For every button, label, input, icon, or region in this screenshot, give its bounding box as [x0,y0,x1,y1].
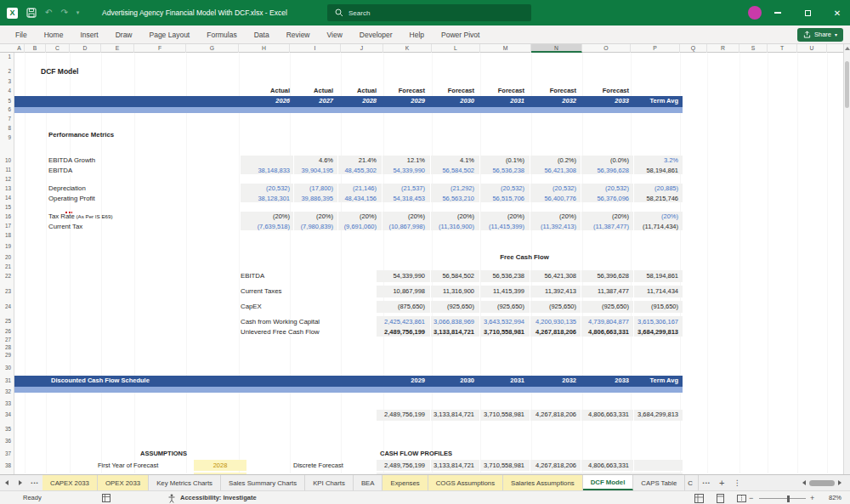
zoom-level[interactable]: 82% [829,491,842,504]
ribbon-tab-developer[interactable]: Developer [351,25,401,44]
zoom-slider-thumb[interactable] [787,496,790,502]
save-icon[interactable] [26,8,37,18]
row-header-33[interactable]: 33 [0,399,11,408]
row-header-17[interactable]: 17 [0,222,11,230]
zoom-slider-track[interactable] [759,498,806,499]
scroll-up-icon[interactable] [845,47,850,50]
row-header-4[interactable]: 4 [0,87,11,95]
accessibility-status[interactable]: Accessibility: Investigate [180,491,257,504]
row-header-37[interactable]: 37 [0,450,11,458]
sheet-tab-cogs-assumptions[interactable]: COGS Assumptions [428,475,503,490]
vertical-scrollbar[interactable] [843,44,850,474]
row-header-7[interactable]: 7 [0,115,11,123]
column-header-E[interactable]: E [101,44,134,53]
ribbon-tab-view[interactable]: View [319,25,351,44]
cell-term-avg-header[interactable]: Term Avg [606,97,678,105]
undo-icon[interactable]: ↶ [45,8,52,17]
sheet-tab-salaries-assumptions[interactable]: Salaries Assumptions [503,475,583,490]
row-header-35[interactable]: 35 [0,425,11,433]
row-header-6[interactable]: 6 [0,105,11,114]
row-header-18[interactable]: 18 [0,231,11,240]
row-header-21[interactable]: 21 [0,263,11,271]
ribbon-tab-page-layout[interactable]: Page Layout [141,25,199,44]
vertical-scroll-thumb[interactable] [845,61,849,108]
row-header-32[interactable]: 32 [0,388,11,396]
view-page-break-icon[interactable] [737,494,746,503]
column-header-Q[interactable]: Q [680,44,707,53]
column-header-P[interactable]: P [631,44,680,53]
column-header-O[interactable]: O [582,44,631,53]
row-header-23[interactable]: 23 [0,287,11,296]
cell-label-capex[interactable]: CapEX [241,303,262,311]
cell-label-ebitda-growth[interactable]: EBITDA Growth [48,156,95,165]
cell-ebitda-8[interactable]: 58,194,861 [606,167,678,175]
ribbon-tab-power-pivot[interactable]: Power Pivot [433,25,488,44]
row-header-19[interactable]: 19 [0,242,11,251]
performance-metrics-title[interactable]: Performance Metrics [48,131,114,139]
column-header-H[interactable]: H [239,44,290,53]
cell-cfp-value-4[interactable]: 4,806,663,331 [557,462,629,470]
cell-capex-5[interactable]: (915,650) [606,303,678,311]
column-header-A[interactable]: A [14,44,25,53]
sheet-tab-bea[interactable]: BEA [354,475,383,490]
row-header-3[interactable]: 3 [0,77,11,86]
sheet-tab-opex-2033[interactable]: OPEX 2033 [98,475,149,490]
hscroll-right-icon[interactable] [838,480,842,485]
horizontal-scrollbar[interactable] [802,475,850,490]
cash-flow-profiles-title[interactable]: CASH FLOW PROFILES [380,450,452,457]
ribbon-tab-data[interactable]: Data [246,25,278,44]
sheet-tab-key-metrics-charts[interactable]: Key Metrics Charts [149,475,221,490]
row-header-26[interactable]: 26 [0,327,11,336]
sheet-tab-expenses[interactable]: Expenses [382,475,428,490]
cell-cash-from-working-capital-5[interactable]: 3,615,306,167 [606,318,678,326]
cell-ebitda-growth-8[interactable]: 3.2% [606,156,678,165]
excel-app-icon[interactable]: X [7,8,18,19]
cell-current-tax-8[interactable]: (11,714,434) [606,223,678,231]
cell-label-current-taxes[interactable]: Current Taxes [241,287,281,296]
row-header-31[interactable]: 31 [0,377,11,385]
column-header-J[interactable]: J [341,44,383,53]
sheet-title-cell[interactable]: DCF Model [41,67,78,76]
cell-unlevered-free-cash-flow-5[interactable]: 3,684,299,813 [606,328,678,337]
column-header-M[interactable]: M [480,44,531,53]
column-header-K[interactable]: K [383,44,432,53]
cell-current-taxes-5[interactable]: 11,714,434 [606,287,678,296]
row-header-13[interactable]: 13 [0,184,11,193]
column-header-G[interactable]: G [186,44,239,53]
ribbon-tab-home[interactable]: Home [36,25,72,44]
cell-label-operating-profit[interactable]: Operating Profit [48,195,95,203]
ribbon-tab-draw[interactable]: Draw [107,25,141,44]
hscroll-left-icon[interactable] [802,480,806,485]
row-header-30[interactable]: 30 [0,364,11,372]
sheet-tab-capex-2033[interactable]: CAPEX 2033 [42,475,98,490]
column-header-S[interactable]: S [740,44,768,53]
accessibility-icon[interactable] [167,494,176,503]
new-sheet-button[interactable]: + [714,475,729,490]
sheet-tab-kpi-charts[interactable]: KPI Charts [305,475,354,490]
column-header-L[interactable]: L [432,44,480,53]
sheet-nav-more-icon[interactable]: ••• [27,475,42,490]
row-header-12[interactable]: 12 [0,175,11,184]
row-header-1[interactable]: 1 [0,53,11,61]
row-header-29[interactable]: 29 [0,351,11,360]
row-header-9[interactable]: 9 [0,133,11,142]
first-year-input-cell[interactable]: 2028 [194,460,246,472]
cell-col-type-7[interactable]: Forecast [557,87,629,95]
sheet-tab-sales-summary-charts[interactable]: Sales Summary Charts [221,475,305,490]
column-header-F[interactable]: F [134,44,186,53]
cell-tax-rate-8[interactable]: (20%) [606,212,678,221]
ribbon-tab-help[interactable]: Help [401,25,433,44]
horizontal-scroll-thumb[interactable] [809,480,835,486]
cell-label-cash-from-working-capital[interactable]: Cash from Working Capital [241,318,320,326]
redo-icon[interactable]: ↷ [60,8,67,17]
row-header-10[interactable]: 10 [0,156,11,165]
column-header-T[interactable]: T [768,44,797,53]
more-tabs-icon[interactable]: ••• [699,475,714,490]
ribbon-tab-formulas[interactable]: Formulas [198,25,245,44]
view-normal-icon[interactable] [694,494,704,503]
cell-label-depreciation[interactable]: Depreciation [48,184,86,193]
sheet-tab-c[interactable]: C [685,475,699,490]
qat-customize-icon[interactable]: ▾ [76,8,80,17]
row-header-11[interactable]: 11 [0,166,11,174]
sheet-tab-dcf-model[interactable]: DCF Model [583,475,634,490]
